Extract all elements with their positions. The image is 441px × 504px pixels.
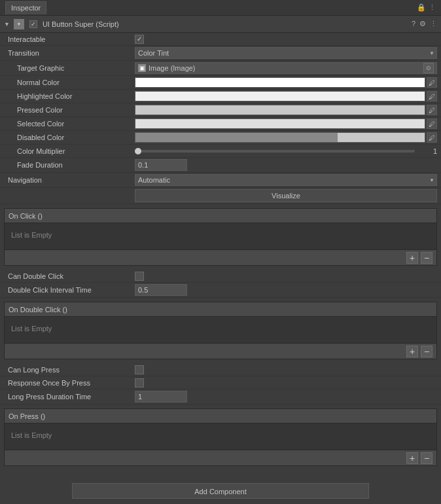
response-once-by-press-label: Response Once By Press — [4, 379, 135, 387]
highlighted-color-rect[interactable] — [135, 91, 425, 101]
pressed-color-wrap: 🖊 — [135, 105, 437, 115]
menu-icon[interactable]: ⋮ — [429, 3, 436, 12]
navigation-row: Navigation Automatic None Explicit — [0, 173, 441, 188]
can-double-click-value — [135, 272, 437, 281]
on-click-footer: + − — [5, 249, 436, 265]
normal-color-rect[interactable] — [135, 77, 425, 88]
transition-value: Color Tint Sprite Swap Animation None — [135, 47, 437, 59]
navigation-value: Automatic None Explicit — [135, 174, 437, 186]
long-press-duration-label: Long Press Duration Time — [4, 393, 135, 401]
can-long-press-value — [135, 365, 437, 374]
navigation-label: Navigation — [4, 176, 135, 184]
component-icons-right: ? ⚙ ⋮ — [412, 20, 437, 28]
response-once-by-press-value — [135, 378, 437, 387]
target-graphic-field[interactable]: ▣ Image (Image) ⊙ — [135, 62, 437, 74]
visualize-row: Visualize — [0, 188, 441, 204]
inspector-body: Interactable Transition Color Tint Sprit… — [0, 33, 441, 504]
on-double-click-footer: + − — [5, 343, 436, 359]
color-multiplier-val: 1 — [417, 147, 437, 155]
highlighted-color-row: Highlighted Color 🖊 — [0, 90, 441, 103]
on-click-header: On Click () — [5, 209, 436, 223]
title-bar: Inspector 🔒 ⋮ — [0, 0, 441, 16]
on-double-click-section: On Double Click () List is Empty + − — [4, 302, 437, 359]
disabled-color-eyedropper[interactable]: 🖊 — [427, 132, 437, 143]
on-click-add-btn[interactable]: + — [406, 252, 418, 264]
pressed-color-row: Pressed Color 🖊 — [0, 103, 441, 117]
on-click-body: List is Empty — [5, 223, 436, 249]
lock-icon[interactable]: 🔒 — [417, 3, 426, 12]
inspector-tab-label: Inspector — [11, 4, 41, 12]
selected-color-row: Selected Color 🖊 — [0, 117, 441, 131]
selected-color-rect[interactable] — [135, 118, 425, 129]
long-press-duration-value — [135, 391, 437, 403]
can-double-click-label: Can Double Click — [4, 272, 135, 280]
disabled-color-rect[interactable] — [135, 132, 425, 143]
component-enable-checkbox[interactable]: ✓ — [29, 20, 37, 28]
double-click-interval-row: Double Click Interval Time — [0, 283, 441, 298]
disabled-color-label: Disabled Color — [4, 134, 135, 141]
overflow-menu-icon[interactable]: ⋮ — [430, 20, 437, 28]
selected-color-eyedropper[interactable]: 🖊 — [427, 118, 437, 129]
component-icon: + — [14, 19, 24, 29]
settings-icon[interactable]: ⚙ — [419, 20, 426, 28]
can-double-click-checkbox[interactable] — [135, 272, 144, 281]
on-double-click-add-btn[interactable]: + — [406, 346, 418, 357]
on-double-click-remove-btn[interactable]: − — [421, 346, 432, 357]
selected-color-value: 🖊 — [135, 118, 437, 129]
response-once-by-press-row: Response Once By Press — [0, 376, 441, 389]
color-multiplier-row: Color Multiplier 1 — [0, 145, 441, 158]
color-multiplier-track[interactable] — [135, 150, 415, 153]
normal-color-row: Normal Color 🖊 — [0, 76, 441, 90]
on-double-click-body: List is Empty — [5, 317, 436, 343]
on-press-add-btn[interactable]: + — [406, 452, 418, 464]
on-press-empty: List is Empty — [9, 429, 432, 442]
long-press-duration-input[interactable] — [135, 391, 187, 403]
can-long-press-checkbox[interactable] — [135, 365, 144, 374]
disabled-color-value: 🖊 — [135, 132, 437, 143]
transition-row: Transition Color Tint Sprite Swap Animat… — [0, 46, 441, 61]
pressed-color-value: 🖊 — [135, 105, 437, 115]
navigation-dropdown-wrap[interactable]: Automatic None Explicit — [135, 174, 437, 186]
navigation-dropdown[interactable]: Automatic None Explicit — [135, 174, 437, 186]
normal-color-eyedropper[interactable]: 🖊 — [427, 77, 437, 88]
visualize-button[interactable]: Visualize — [135, 189, 437, 202]
highlighted-color-value: 🖊 — [135, 91, 437, 101]
interactable-checkbox[interactable] — [135, 35, 144, 44]
on-click-remove-btn[interactable]: − — [421, 252, 432, 264]
on-press-label: On Press () — [9, 412, 45, 420]
fade-duration-input[interactable] — [135, 159, 187, 171]
can-double-click-row: Can Double Click — [0, 270, 441, 283]
double-click-interval-input[interactable] — [135, 284, 187, 296]
on-double-click-empty: List is Empty — [9, 322, 432, 335]
color-multiplier-thumb[interactable] — [135, 148, 141, 154]
on-click-section: On Click () List is Empty + − — [4, 208, 437, 266]
target-graphic-select-btn[interactable]: ⊙ — [423, 63, 434, 73]
pressed-color-rect[interactable] — [135, 105, 425, 115]
foldout-arrow[interactable]: ▼ — [4, 21, 10, 27]
normal-color-value: 🖊 — [135, 77, 437, 88]
fade-duration-row: Fade Duration — [0, 158, 441, 173]
help-icon[interactable]: ? — [412, 20, 415, 28]
can-long-press-row: Can Long Press — [0, 363, 441, 376]
response-once-by-press-checkbox[interactable] — [135, 378, 144, 387]
highlighted-color-eyedropper[interactable]: 🖊 — [427, 91, 437, 101]
normal-color-label: Normal Color — [4, 79, 135, 86]
color-multiplier-value: 1 — [135, 147, 437, 155]
add-component-button[interactable]: Add Component — [72, 483, 369, 499]
on-press-section: On Press () List is Empty + − — [4, 408, 437, 466]
transition-dropdown[interactable]: Color Tint Sprite Swap Animation None — [135, 47, 437, 59]
normal-color-wrap: 🖊 — [135, 77, 437, 88]
transition-dropdown-wrap[interactable]: Color Tint Sprite Swap Animation None — [135, 47, 437, 59]
double-click-interval-label: Double Click Interval Time — [4, 286, 135, 294]
disabled-color-wrap: 🖊 — [135, 132, 437, 143]
on-press-remove-btn[interactable]: − — [421, 452, 432, 464]
pressed-color-eyedropper[interactable]: 🖊 — [427, 105, 437, 115]
target-graphic-label: Target Graphic — [4, 64, 135, 72]
inspector-tab[interactable]: Inspector — [5, 1, 46, 14]
interactable-value — [135, 35, 437, 44]
highlighted-color-label: Highlighted Color — [4, 92, 135, 100]
component-title: UI Button Super (Script) — [43, 20, 119, 28]
selected-color-label: Selected Color — [4, 120, 135, 128]
title-bar-icons: 🔒 ⋮ — [417, 3, 436, 12]
double-click-interval-value — [135, 284, 437, 296]
